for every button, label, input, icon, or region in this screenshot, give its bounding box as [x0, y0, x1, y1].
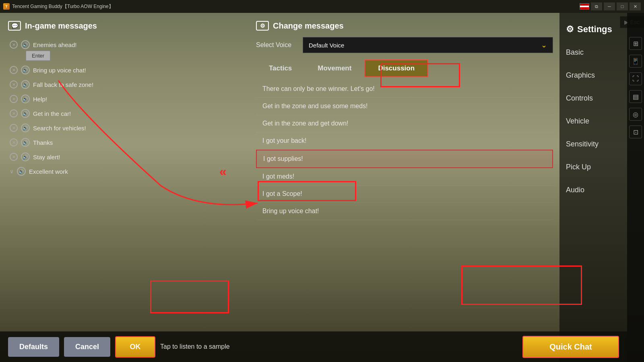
msg-speaker-btn-4[interactable]: 🔊 — [21, 109, 30, 118]
titlebar-controls[interactable]: ⧉ ─ □ ✕ — [580, 2, 641, 10]
sidebar-icon-layout[interactable]: ▤ — [629, 90, 642, 103]
ingame-messages-header: 💬 In-game messages — [8, 21, 242, 31]
defaults-button[interactable]: Defaults — [8, 337, 59, 357]
msg-speaker-btn-7[interactable]: 🔊 — [21, 152, 30, 161]
msg-text-3: Help! — [33, 96, 240, 103]
msg-text-5: Search for vehicles! — [33, 125, 240, 132]
titlebar-title: Tencent Gaming Buddy【Turbo AOW Engine】 — [12, 3, 114, 10]
msg-speaker-btn-6[interactable]: 🔊 — [21, 138, 30, 147]
msg-text-2: Fall back to safe zone! — [33, 81, 240, 88]
dropdown-arrow-icon: ⌄ — [541, 41, 547, 49]
msg-text-6: Thanks — [33, 139, 240, 146]
msg-delete-btn-3[interactable]: ✕ — [10, 95, 18, 103]
sidebar-icon-strip: ⊞ 📱 ⛶ ▤ ◎ ⊡ — [627, 13, 644, 362]
msg-chevron-8: ∨ — [10, 168, 14, 175]
nav-label-graphics: Graphics — [566, 71, 595, 80]
tab-movement[interactable]: Movement — [305, 60, 364, 77]
change-messages-title: Change messages — [273, 21, 344, 31]
app-icon: T — [3, 3, 10, 10]
msg-speaker-btn-8[interactable]: 🔊 — [17, 167, 26, 176]
language-flag[interactable] — [580, 3, 589, 10]
settings-gear-icon: ⚙ — [566, 24, 574, 35]
messages-list: There can only be one winner. Let's go! … — [256, 80, 553, 330]
tabs-row: Tactics Movement Discussion — [256, 60, 553, 77]
message-item-0: ✕ 🔊 Enemies ahead! — [8, 38, 242, 51]
msg-option-3[interactable]: I got your back! — [256, 132, 553, 150]
ok-button[interactable]: OK — [115, 336, 155, 358]
msg-delete-btn-5[interactable]: ✕ — [10, 124, 18, 132]
msg-delete-btn-1[interactable]: ✕ — [10, 66, 18, 74]
msg-option-0[interactable]: There can only be one winner. Let's go! — [256, 80, 553, 98]
msg-speaker-btn-1[interactable]: 🔊 — [21, 66, 30, 74]
voice-value: Default Voice — [309, 42, 344, 49]
message-item-6: ✕ 🔊 Thanks — [8, 136, 242, 149]
msg-text-4: Get in the car! — [33, 110, 240, 117]
msg-speaker-btn-2[interactable]: 🔊 — [21, 80, 30, 89]
change-icon: ⚙ — [256, 21, 269, 31]
change-messages-header: ⚙ Change messages — [256, 21, 553, 31]
window-close-btn[interactable]: ✕ — [630, 2, 641, 10]
tap-sample-text: Tap to listen to a sample — [160, 343, 230, 350]
messages-icon: 💬 — [8, 21, 21, 31]
msg-delete-btn-0[interactable]: ✕ — [10, 41, 18, 49]
settings-label: Settings — [577, 24, 612, 35]
window-minimize-btn[interactable]: ─ — [604, 2, 615, 10]
msg-speaker-btn-3[interactable]: 🔊 — [21, 95, 30, 103]
msg-option-6[interactable]: I got a Scope! — [256, 185, 553, 203]
tab-tactics[interactable]: Tactics — [256, 60, 305, 77]
ingame-messages-title: In-game messages — [25, 21, 97, 31]
msg-text-8: Excellent work — [29, 168, 240, 175]
nav-label-vehicle: Vehicle — [566, 117, 589, 125]
message-item-8: ∨ 🔊 Excellent work — [8, 165, 242, 178]
nav-label-sensitivity: Sensitivity — [566, 140, 599, 148]
msg-speaker-btn-0[interactable]: 🔊 — [21, 40, 30, 49]
message-item-2: ✕ 🔊 Fall back to safe zone! — [8, 78, 242, 91]
titlebar-left: T Tencent Gaming Buddy【Turbo AOW Engine】 — [3, 3, 114, 10]
sidebar-icon-expand[interactable]: ⛶ — [629, 72, 642, 85]
msg-option-4[interactable]: I got supplies! — [256, 150, 553, 168]
sidebar-icon-capture[interactable]: ⊡ — [629, 125, 642, 138]
msg-speaker-btn-5[interactable]: 🔊 — [21, 123, 30, 132]
sidebar-icon-target[interactable]: ◎ — [629, 108, 642, 121]
msg-delete-btn-6[interactable]: ✕ — [10, 138, 18, 146]
msg-delete-btn-2[interactable]: ✕ — [10, 80, 18, 88]
msg-text-1: Bring up voice chat! — [33, 67, 240, 74]
enter-btn-row: Enter — [8, 51, 242, 61]
message-item-4: ✕ 🔊 Get in the car! — [8, 107, 242, 120]
nav-label-pickup: Pick Up — [566, 163, 591, 171]
message-item-1: ✕ 🔊 Bring up voice chat! — [8, 63, 242, 77]
msg-option-7[interactable]: Bring up voice chat! — [256, 203, 553, 220]
msg-text-0: Enemies ahead! — [33, 41, 240, 48]
voice-dropdown[interactable]: Default Voice ⌄ — [303, 37, 553, 53]
nav-label-basic: Basic — [566, 48, 584, 57]
msg-option-5[interactable]: I got meds! — [256, 168, 553, 185]
sidebar-icon-phone[interactable]: 📱 — [629, 55, 642, 68]
message-item-3: ✕ 🔊 Help! — [8, 92, 242, 106]
main-layout: 💬 In-game messages ✕ 🔊 Enemies ahead! En… — [0, 13, 644, 362]
middle-panel: ⚙ Change messages Select Voice Default V… — [250, 13, 559, 362]
msg-option-1[interactable]: Get in the zone and use some meds! — [256, 98, 553, 115]
msg-delete-btn-7[interactable]: ✕ — [10, 153, 18, 161]
voice-label: Select Voice — [256, 41, 296, 49]
enter-button[interactable]: Enter — [26, 51, 50, 61]
nav-label-audio: Audio — [566, 186, 584, 194]
msg-delete-btn-4[interactable]: ✕ — [10, 109, 18, 117]
bottom-bar: Defaults Cancel OK Tap to listen to a sa… — [0, 331, 627, 362]
nav-label-controls: Controls — [566, 94, 593, 103]
msg-option-2[interactable]: Get in the zone and get down! — [256, 115, 553, 132]
message-item-5: ✕ 🔊 Search for vehicles! — [8, 121, 242, 135]
voice-select-row: Select Voice Default Voice ⌄ — [256, 37, 553, 53]
cancel-button[interactable]: Cancel — [64, 337, 110, 357]
sidebar-icon-grid[interactable]: ⊞ — [629, 37, 642, 50]
quick-chat-button[interactable]: Quick Chat — [522, 336, 619, 358]
left-panel: 💬 In-game messages ✕ 🔊 Enemies ahead! En… — [0, 13, 250, 362]
msg-text-7: Stay alert! — [33, 154, 240, 160]
titlebar: T Tencent Gaming Buddy【Turbo AOW Engine】… — [0, 0, 644, 13]
message-item-7: ✕ 🔊 Stay alert! — [8, 150, 242, 164]
window-maximize-btn[interactable]: □ — [617, 2, 628, 10]
tab-discussion[interactable]: Discussion — [364, 60, 428, 77]
window-restore-btn[interactable]: ⧉ — [591, 2, 602, 10]
